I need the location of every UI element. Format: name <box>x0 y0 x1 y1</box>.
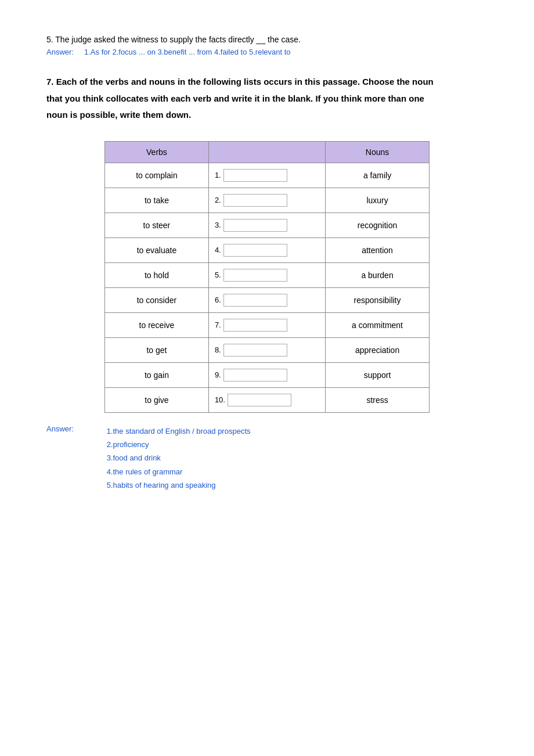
table-row: to complain 1. a family <box>105 163 430 188</box>
input-10[interactable] <box>228 394 291 406</box>
answer-label-5: Answer: <box>46 48 74 56</box>
answer-7-2: 2.proficiency <box>107 438 251 451</box>
table-row: to steer 3. recognition <box>105 213 430 237</box>
verb-1: to complain <box>105 163 209 188</box>
table-row: to get 8. appreciation <box>105 337 430 362</box>
verb-noun-table: Verbs Nouns to complain 1. a family to t… <box>104 141 430 413</box>
table-row: to hold 5. a burden <box>105 262 430 287</box>
input-cell-9: 9. <box>208 362 325 387</box>
table-row: to gain 9. support <box>105 362 430 387</box>
noun-3: recognition <box>326 213 430 237</box>
answer-7-4: 4.the rules of grammar <box>107 465 251 478</box>
row-num-8: 8. <box>215 345 221 354</box>
instruction-line-1: 7. Each of the verbs and nouns in the fo… <box>46 74 488 91</box>
input-1[interactable] <box>223 169 287 182</box>
row-num-2: 2. <box>215 196 221 204</box>
input-4[interactable] <box>223 244 287 257</box>
verb-4: to evaluate <box>105 237 209 262</box>
verb-10: to give <box>105 387 209 412</box>
input-cell-8: 8. <box>208 337 325 362</box>
input-7[interactable] <box>223 319 287 332</box>
row-num-9: 9. <box>215 370 221 379</box>
row-num-7: 7. <box>215 321 221 329</box>
input-cell-4: 4. <box>208 237 325 262</box>
question-7-instructions: 7. Each of the verbs and nouns in the fo… <box>46 74 488 124</box>
noun-5: a burden <box>326 262 430 287</box>
question-7-answers: Answer: 1.the standard of English / broa… <box>46 424 488 492</box>
answer-7-3: 3.food and drink <box>107 451 251 465</box>
noun-8: appreciation <box>326 337 430 362</box>
answer-7-1: 1.the standard of English / broad prospe… <box>107 424 251 438</box>
table-row: to consider 6. responsibility <box>105 287 430 312</box>
question-5-section: 5. The judge asked the witness to supply… <box>46 35 488 56</box>
verb-2: to take <box>105 188 209 213</box>
row-num-6: 6. <box>215 296 221 304</box>
table-row: to evaluate 4. attention <box>105 237 430 262</box>
noun-1: a family <box>326 163 430 188</box>
answer-label-7: Answer: <box>46 424 104 433</box>
verb-7: to receive <box>105 312 209 337</box>
noun-10: stress <box>326 387 430 412</box>
input-cell-2: 2. <box>208 188 325 213</box>
verb-3: to steer <box>105 213 209 237</box>
verb-9: to gain <box>105 362 209 387</box>
verb-6: to consider <box>105 287 209 312</box>
table-row: to receive 7. a commitment <box>105 312 430 337</box>
noun-6: responsibility <box>326 287 430 312</box>
input-6[interactable] <box>223 294 287 307</box>
input-cell-5: 5. <box>208 262 325 287</box>
table-header-verbs: Verbs <box>105 141 209 163</box>
input-cell-6: 6. <box>208 287 325 312</box>
input-2[interactable] <box>223 194 287 207</box>
noun-7: a commitment <box>326 312 430 337</box>
answer-5-content: 1.As for 2.focus ... on 3.benefit ... fr… <box>84 48 291 56</box>
question-5-answer: Answer: 1.As for 2.focus ... on 3.benefi… <box>46 48 488 56</box>
verb-8: to get <box>105 337 209 362</box>
row-num-10: 10. <box>215 395 225 404</box>
input-5[interactable] <box>223 269 287 282</box>
row-num-4: 4. <box>215 246 221 254</box>
answer-7-5: 5.habits of hearing and speaking <box>107 478 251 492</box>
input-cell-1: 1. <box>208 163 325 188</box>
input-cell-3: 3. <box>208 213 325 237</box>
input-cell-10: 10. <box>208 387 325 412</box>
row-num-1: 1. <box>215 171 221 179</box>
verb-noun-table-wrapper: Verbs Nouns to complain 1. a family to t… <box>46 141 488 413</box>
table-header-nouns: Nouns <box>326 141 430 163</box>
table-row: to take 2. luxury <box>105 188 430 213</box>
table-row: to give 10. stress <box>105 387 430 412</box>
noun-9: support <box>326 362 430 387</box>
row-num-5: 5. <box>215 271 221 279</box>
instruction-line-3: noun is possible, write them down. <box>46 107 488 124</box>
row-num-3: 3. <box>215 221 221 229</box>
input-3[interactable] <box>223 219 287 232</box>
question-5-text: 5. The judge asked the witness to supply… <box>46 35 488 44</box>
input-8[interactable] <box>223 344 287 357</box>
answer-7-list: 1.the standard of English / broad prospe… <box>107 424 251 492</box>
input-9[interactable] <box>223 369 287 381</box>
instruction-line-2: that you think collocates with each verb… <box>46 91 488 107</box>
noun-4: attention <box>326 237 430 262</box>
input-cell-7: 7. <box>208 312 325 337</box>
noun-2: luxury <box>326 188 430 213</box>
table-header-middle <box>208 141 325 163</box>
verb-5: to hold <box>105 262 209 287</box>
